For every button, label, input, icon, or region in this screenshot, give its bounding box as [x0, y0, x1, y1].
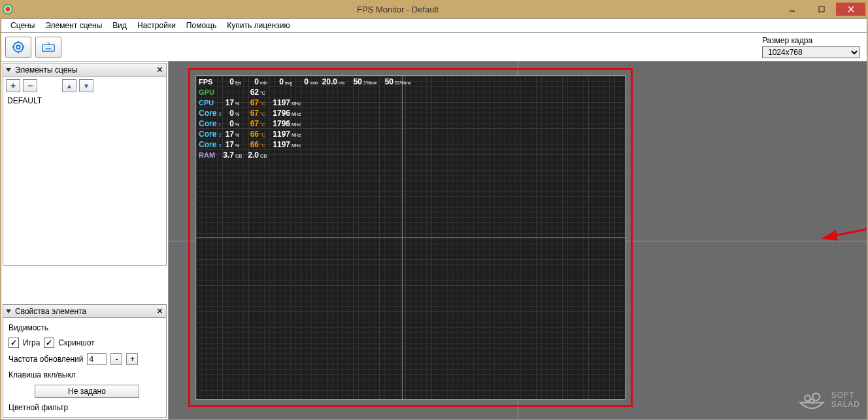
move-down-button[interactable]: ▼	[79, 79, 93, 92]
hotkey-label: Клавиша вкл/выкл	[6, 368, 163, 382]
left-column: Элементы сцены✕ + − ▲ ▼ DEFAULT Свойства…	[1, 61, 169, 419]
menu-view[interactable]: Вид	[107, 20, 132, 31]
window-title: FPS Monitor - Default	[18, 5, 777, 14]
titlebar: FPS Monitor - Default	[0, 0, 868, 18]
game-label: Игра	[23, 338, 40, 347]
close-button[interactable]	[836, 3, 865, 16]
overlay-stats: FPS0fps0min0avg0max20.0ms501%low5001%low…	[199, 77, 413, 161]
freq-minus-button[interactable]: -	[110, 353, 122, 365]
scene-panel-title: Элементы сцены	[15, 65, 156, 75]
watermark: SOFTSALAD	[797, 385, 860, 414]
element-properties-panel: Свойства элемента✕ Видимость Игра Скринш…	[3, 304, 167, 418]
collapse-icon[interactable]	[6, 68, 11, 72]
svg-rect-1	[819, 7, 824, 12]
screenshot-label: Скриншот	[58, 338, 94, 347]
menubar: Сцены Элемент сцены Вид Настройки Помощь…	[1, 18, 867, 33]
svg-point-21	[809, 399, 814, 404]
freq-label: Частота обновлений	[8, 355, 83, 364]
menu-settings[interactable]: Настройки	[132, 20, 181, 31]
overlay-frame-annotation: FPS0fps0min0avg0max20.0ms501%low5001%low…	[188, 68, 633, 407]
settings-tool-button[interactable]	[5, 37, 31, 58]
freq-input[interactable]	[87, 353, 107, 365]
toolbar: Размер кадра 1024x768	[1, 33, 867, 61]
frame-size-label: Размер кадра	[762, 36, 812, 45]
collapse-icon[interactable]	[6, 309, 11, 313]
panel-close-icon[interactable]: ✕	[156, 65, 163, 75]
props-panel-title: Свойства элемента	[15, 307, 156, 316]
arrow-annotation	[822, 222, 867, 241]
svg-rect-10	[42, 44, 54, 51]
scene-elements-panel: Элементы сцены✕ + − ▲ ▼ DEFAULT	[3, 63, 167, 266]
colorfilter-label: Цветной фильтр	[6, 400, 163, 415]
menu-scene-element[interactable]: Элемент сцены	[40, 20, 107, 31]
salad-icon	[797, 385, 826, 414]
move-up-button[interactable]: ▲	[62, 79, 76, 92]
svg-marker-18	[824, 232, 837, 239]
overlay-preview[interactable]: FPS0fps0min0avg0max20.0ms501%low5001%low…	[195, 75, 626, 400]
app-icon	[3, 4, 13, 14]
add-element-button[interactable]: +	[6, 79, 20, 92]
svg-point-5	[16, 45, 20, 49]
game-checkbox[interactable]	[8, 338, 19, 348]
panel-close-icon[interactable]: ✕	[156, 306, 163, 316]
screenshot-checkbox[interactable]	[44, 338, 54, 348]
menu-buy[interactable]: Купить лицензию	[222, 20, 295, 31]
svg-point-4	[14, 42, 24, 52]
menu-help[interactable]: Помощь	[181, 20, 222, 31]
hotkey-button[interactable]: Не задано	[35, 385, 139, 398]
maximize-button[interactable]	[807, 3, 836, 16]
frame-size-select[interactable]: 1024x768	[762, 46, 860, 58]
menu-scenes[interactable]: Сцены	[5, 20, 40, 31]
keyboard-tool-button[interactable]	[35, 37, 61, 58]
scene-list-item[interactable]: DEFAULT	[6, 95, 163, 107]
visibility-label: Видимость	[6, 321, 163, 335]
svg-line-17	[832, 224, 867, 236]
remove-element-button[interactable]: −	[23, 79, 37, 92]
freq-plus-button[interactable]: +	[126, 353, 138, 365]
minimize-button[interactable]	[777, 3, 807, 16]
canvas-area: FPS0fps0min0avg0max20.0ms501%low5001%low…	[169, 61, 867, 419]
